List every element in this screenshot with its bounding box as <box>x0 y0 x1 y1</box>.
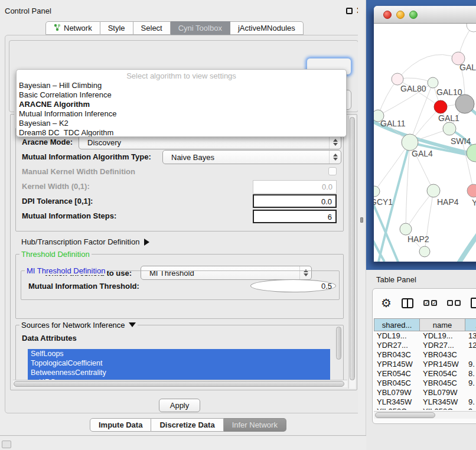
network-edge[interactable] <box>455 223 476 262</box>
scrollbar-thumb[interactable] <box>350 117 355 380</box>
network-edge[interactable] <box>397 54 458 79</box>
float-window-icon[interactable] <box>346 8 353 14</box>
sources-group-title[interactable]: Sources for Network Inference <box>19 321 138 330</box>
table-header: shared...nameA <box>374 318 476 331</box>
split-pane-divider[interactable] <box>358 0 366 435</box>
deselect-all-icon[interactable] <box>447 300 461 306</box>
network-node[interactable] <box>427 184 440 197</box>
collapsed-panel-button[interactable] <box>2 441 11 448</box>
table-cell: YDR27... <box>374 341 420 350</box>
network-canvas[interactable]: GALGAL80GAL10GAL11GAL1SWI4GAL4HAP4YGCY1H… <box>374 24 476 262</box>
zoom-traffic-light-icon[interactable] <box>409 11 418 19</box>
mi-threshold-definition-group: MI Threshold Definition Mutual Informati… <box>21 270 340 300</box>
network-node[interactable] <box>467 24 476 32</box>
dropdown-item[interactable]: Bayesian – K2 <box>17 119 346 128</box>
network-node[interactable] <box>434 100 447 113</box>
dpi-tolerance-field[interactable]: 0.0 <box>253 194 337 208</box>
tab-discretize-data[interactable]: Discretize Data <box>151 418 223 432</box>
table-row[interactable]: YIL052CYIL052C9. <box>374 407 476 410</box>
network-node[interactable] <box>428 77 438 88</box>
screenshot-stage: Control Panel ✕ NetworkStyleSelectCyni T… <box>0 0 476 450</box>
close-traffic-light-icon[interactable] <box>383 11 392 19</box>
combo-stepper-icon <box>329 151 341 164</box>
network-node[interactable] <box>455 94 474 113</box>
network-view-window[interactable]: GALGAL80GAL10GAL11GAL1SWI4GAL4HAP4YGCY1H… <box>374 6 476 262</box>
dropdown-item[interactable]: Mutual Information Inference <box>17 109 346 119</box>
tab-style[interactable]: Style <box>100 21 133 35</box>
table-row[interactable]: YER054CYER054C8. <box>374 369 476 379</box>
table-row[interactable]: YDR27...YDR27...12 <box>374 341 476 350</box>
table-panel: Table Panel ⚙ ✓✓ shared...nameA YDL19...… <box>366 270 476 450</box>
dropdown-item[interactable]: Bayesian – Hill Climbing <box>17 81 346 90</box>
manual-kernel-checkbox[interactable] <box>328 167 337 175</box>
table-toolbar: ⚙ ✓✓ <box>373 289 476 317</box>
aracne-mode-value: Discovery <box>79 138 329 147</box>
columns-icon[interactable] <box>402 298 413 308</box>
kernel-width-field[interactable]: 0.0 <box>253 180 337 194</box>
hub-definition-toggle[interactable]: Hub/Transcription Factor Definition <box>21 237 149 246</box>
network-node[interactable] <box>400 223 412 235</box>
document-icon[interactable] <box>471 298 476 308</box>
network-node[interactable] <box>419 246 430 257</box>
tab-label: Cyni Toolbox <box>178 24 222 32</box>
column-header[interactable]: A <box>465 318 476 331</box>
aracne-mode-combobox[interactable]: Discovery <box>79 135 341 149</box>
column-header[interactable]: shared... <box>374 318 420 331</box>
attributes-scrollbar[interactable] <box>336 327 341 360</box>
network-node[interactable] <box>443 122 456 135</box>
network-window-titlebar[interactable] <box>374 6 476 24</box>
attribute-item[interactable]: BetweennessCentrality <box>28 368 330 377</box>
mi-type-combobox[interactable]: Naive Bayes <box>162 150 341 164</box>
node-table: shared...nameA YDL19...YDL19...13YDR27..… <box>374 318 476 410</box>
tab-jactivemnodules[interactable]: jActiveMNodules <box>230 21 304 35</box>
mi-steps-field[interactable]: 6 <box>253 210 337 223</box>
dropdown-item[interactable]: ARACNE Algorithm <box>17 100 346 109</box>
network-node[interactable] <box>467 144 476 162</box>
node-label: Y <box>472 198 476 207</box>
settings-horizontal-scrollbar[interactable] <box>13 380 347 387</box>
network-node[interactable] <box>374 186 380 197</box>
algorithm-dropdown-list[interactable]: Select algorithm to view settings Bayesi… <box>16 69 347 137</box>
table-cell: 9. <box>465 407 476 410</box>
table-row[interactable]: YPR145WYPR145W9. <box>374 360 476 369</box>
table-cell: YLR345W <box>374 397 420 407</box>
table-row[interactable]: YLR345WYLR345W9. <box>374 397 476 407</box>
network-graph[interactable]: GALGAL80GAL10GAL11GAL1SWI4GAL4HAP4YGCY1H… <box>374 24 476 262</box>
tab-impute-data[interactable]: Impute Data <box>90 418 151 432</box>
scrollbar-thumb[interactable] <box>375 412 435 418</box>
node-label: SWI4 <box>451 136 471 146</box>
tab-network[interactable]: Network <box>45 21 100 35</box>
table-row[interactable]: YBR045CYBR045C9. <box>374 379 476 388</box>
dropdown-item[interactable]: Dream8 DC_TDC Algorithm <box>17 128 346 137</box>
gear-icon[interactable]: ⚙ <box>381 297 392 309</box>
control-panel-title: Control Panel <box>5 6 51 15</box>
select-all-icon[interactable]: ✓✓ <box>423 300 437 306</box>
table-cell: YER054C <box>374 369 420 379</box>
network-node[interactable] <box>402 134 418 151</box>
column-header[interactable]: name <box>420 318 465 331</box>
mi-steps-label: Mutual Information Steps: <box>22 211 116 220</box>
dropdown-item[interactable]: Basic Correlation Inference <box>17 90 346 100</box>
network-edge[interactable] <box>374 142 410 191</box>
network-edge[interactable] <box>406 191 433 229</box>
apply-button[interactable]: Apply <box>159 399 200 412</box>
tab-select[interactable]: Select <box>133 21 171 35</box>
tab-cyni-toolbox[interactable]: Cyni Toolbox <box>171 21 230 35</box>
table-cell: 9. <box>465 379 476 388</box>
settings-vertical-scrollbar[interactable] <box>348 116 356 389</box>
attribute-item[interactable]: TopologicalCoefficient <box>28 358 330 368</box>
network-node[interactable] <box>392 73 403 85</box>
network-node[interactable] <box>467 184 476 197</box>
table-row[interactable]: YDL19...YDL19...13 <box>374 331 476 341</box>
divider-grip-icon[interactable] <box>360 217 363 223</box>
scrollbar-thumb[interactable] <box>14 381 344 387</box>
tab-infer-network[interactable]: Infer Network <box>224 418 286 432</box>
table-row[interactable]: YBL079WYBL079W <box>374 388 476 397</box>
table-cell: YDR27... <box>420 341 465 350</box>
minimize-traffic-light-icon[interactable] <box>396 11 405 19</box>
table-horizontal-scrollbar[interactable] <box>374 411 476 419</box>
threshold-definition-title: Threshold Definition <box>19 250 92 259</box>
table-row[interactable]: YBR043CYBR043C <box>374 350 476 360</box>
attribute-item[interactable]: SelfLoops <box>28 349 330 358</box>
mi-threshold-field[interactable]: 0.5 <box>250 279 336 292</box>
